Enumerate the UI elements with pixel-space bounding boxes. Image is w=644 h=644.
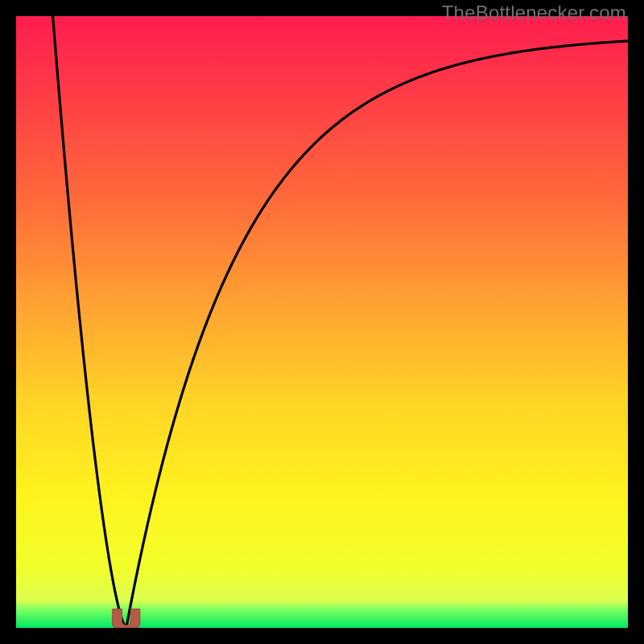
gradient-background xyxy=(16,16,628,628)
bottleneck-chart xyxy=(16,16,628,628)
green-band xyxy=(16,601,628,628)
watermark-text: TheBottlenecker.com xyxy=(442,2,626,24)
chart-frame: TheBottlenecker.com xyxy=(0,0,644,644)
